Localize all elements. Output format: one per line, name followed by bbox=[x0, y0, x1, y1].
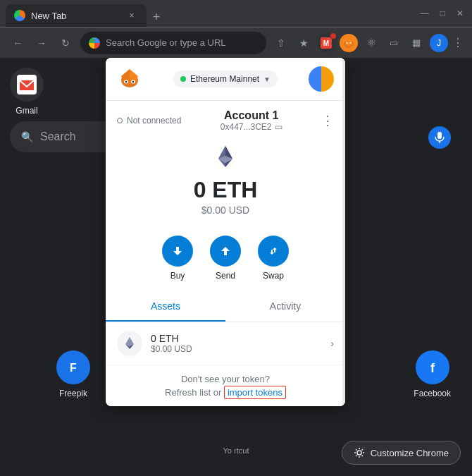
active-tab[interactable]: New Tab × bbox=[6, 4, 147, 27]
tab-title: New Tab bbox=[31, 11, 120, 21]
usd-balance-amount: $0.00 USD bbox=[201, 205, 249, 216]
send-label: Send bbox=[216, 271, 235, 281]
eth-balance-amount: 0 ETH bbox=[194, 177, 258, 203]
facebook-shortcut[interactable]: f Facebook bbox=[414, 350, 451, 398]
microphone-button[interactable] bbox=[428, 126, 451, 149]
metamask-popup: Ethereum Mainnet ▼ Not connected Account… bbox=[106, 58, 345, 406]
google-favicon bbox=[89, 37, 100, 49]
search-icon: 🔍 bbox=[21, 131, 33, 142]
ext-badge bbox=[330, 32, 337, 39]
network-name: Ethereum Mainnet bbox=[190, 74, 259, 84]
token-list: 0 ETH $0.00 USD › bbox=[106, 322, 345, 365]
browser-toolbar: ← → ↻ Search Google or type a URL ⇧ ★ M bbox=[0, 27, 472, 58]
swap-icon-circle bbox=[258, 236, 289, 267]
freepik-shortcut[interactable]: F Freepik bbox=[56, 350, 90, 398]
facebook-label: Facebook bbox=[414, 389, 451, 398]
bottom-text: Yo rtcut bbox=[223, 446, 249, 455]
customize-icon bbox=[354, 447, 365, 458]
metamask-logo bbox=[117, 66, 142, 92]
maximize-icon[interactable]: □ bbox=[440, 8, 445, 18]
account-name: Account 1 bbox=[221, 109, 282, 122]
account-balance-icon[interactable] bbox=[309, 66, 334, 92]
bookmark-icon[interactable]: ★ bbox=[294, 34, 313, 52]
search-input-label: Search bbox=[40, 130, 76, 143]
back-button[interactable]: ← bbox=[8, 34, 27, 52]
svg-rect-12 bbox=[437, 132, 442, 139]
refresh-button[interactable]: ↻ bbox=[56, 34, 75, 52]
close-window-icon[interactable]: ✕ bbox=[457, 8, 464, 18]
gmail-shortcut-icon bbox=[10, 68, 44, 102]
swap-arrows-icon bbox=[266, 244, 280, 258]
title-bar: New Tab × + — □ ✕ bbox=[0, 0, 472, 27]
customize-chrome-button[interactable]: Customize Chrome bbox=[342, 441, 461, 465]
send-button[interactable]: Send bbox=[210, 236, 241, 281]
fox-ext-icon[interactable] bbox=[340, 34, 358, 52]
tab-favicon bbox=[14, 10, 25, 21]
svg-text:F: F bbox=[70, 362, 77, 374]
import-tokens-link[interactable]: import tokens bbox=[224, 386, 286, 399]
network-selector[interactable]: Ethereum Mainnet ▼ bbox=[173, 71, 278, 87]
svg-point-5 bbox=[350, 42, 352, 44]
buy-icon-circle bbox=[162, 236, 193, 267]
eth-balance-section: 0 ETH $0.00 USD bbox=[106, 138, 345, 227]
puzzle-icon[interactable]: ⚛ bbox=[362, 34, 380, 52]
mm-action-buttons: Buy Send Swap bbox=[106, 227, 345, 292]
mm-header: Ethereum Mainnet ▼ bbox=[106, 58, 345, 101]
account-more-button[interactable]: ⋮ bbox=[321, 113, 334, 128]
facebook-icon: f bbox=[416, 350, 449, 384]
minimize-icon[interactable]: — bbox=[421, 8, 429, 18]
connection-label: Not connected bbox=[127, 116, 181, 126]
mm-account-row: Not connected Account 1 0x447...3CE2 ▭ ⋮ bbox=[106, 101, 345, 138]
assets-tab[interactable]: Assets bbox=[106, 292, 225, 322]
main-content: Gmail 🔍 Search F Freepik bbox=[0, 58, 472, 476]
gmail-shortcut[interactable]: Gmail bbox=[10, 68, 44, 116]
gmail-label: Gmail bbox=[15, 106, 37, 116]
copy-address-icon[interactable]: ▭ bbox=[275, 122, 282, 132]
microphone-icon bbox=[435, 131, 445, 144]
token-usd: $0.00 USD bbox=[151, 344, 322, 354]
freepik-icon: F bbox=[56, 350, 90, 384]
refresh-list-text: Refresh list or bbox=[165, 387, 221, 398]
eth-logo bbox=[211, 143, 240, 171]
tab-close-btn[interactable]: × bbox=[125, 9, 138, 22]
network-chevron-icon: ▼ bbox=[263, 75, 271, 83]
account-address: 0x447...3CE2 ▭ bbox=[221, 122, 282, 132]
toolbar-icons: ⇧ ★ M ⚛ ▭ ▦ bbox=[272, 34, 464, 52]
import-hint-text: Don't see your token? bbox=[117, 374, 334, 384]
token-info: 0 ETH $0.00 USD bbox=[151, 333, 322, 354]
network-status-dot bbox=[180, 76, 186, 82]
chrome-frame: New Tab × + — □ ✕ ← → ↻ Search Google or… bbox=[0, 0, 472, 476]
buy-button[interactable]: Buy bbox=[162, 236, 193, 281]
ext-wrapper: M bbox=[317, 34, 335, 52]
send-icon-circle bbox=[210, 236, 241, 267]
chrome-menu-icon[interactable]: ⋮ bbox=[452, 36, 464, 49]
address-bar[interactable]: Search Google or type a URL bbox=[80, 32, 266, 54]
customize-label: Customize Chrome bbox=[371, 448, 449, 458]
share-icon[interactable]: ⇧ bbox=[272, 34, 290, 52]
buy-label: Buy bbox=[170, 271, 185, 281]
import-section: Don't see your token? Refresh list or im… bbox=[106, 365, 345, 406]
freepik-label: Freepik bbox=[59, 389, 87, 398]
tab-strip: New Tab × + bbox=[6, 0, 418, 27]
sidebar-icon[interactable]: ▦ bbox=[407, 34, 426, 52]
cast-icon[interactable]: ▭ bbox=[385, 34, 403, 52]
svg-point-21 bbox=[125, 81, 127, 83]
account-center: Account 1 0x447...3CE2 ▭ bbox=[221, 109, 282, 132]
eth-token-item[interactable]: 0 ETH $0.00 USD › bbox=[106, 322, 345, 365]
forward-button[interactable]: → bbox=[32, 34, 51, 52]
activity-tab[interactable]: Activity bbox=[225, 292, 345, 322]
svg-point-22 bbox=[132, 81, 134, 83]
mm-scrollbar[interactable] bbox=[342, 58, 345, 406]
send-arrow-icon bbox=[218, 244, 232, 258]
new-tab-button[interactable]: + bbox=[147, 7, 166, 27]
svg-point-11 bbox=[357, 451, 361, 455]
swap-button[interactable]: Swap bbox=[258, 236, 289, 281]
buy-arrow-icon bbox=[170, 244, 185, 258]
svg-point-4 bbox=[347, 42, 348, 44]
eth-token-logo bbox=[117, 331, 142, 356]
not-connected-icon bbox=[117, 118, 123, 123]
profile-avatar[interactable]: J bbox=[430, 34, 448, 52]
token-chevron-icon: › bbox=[330, 338, 334, 349]
mm-tabs: Assets Activity bbox=[106, 292, 345, 322]
import-links: Refresh list or import tokens bbox=[117, 387, 334, 398]
